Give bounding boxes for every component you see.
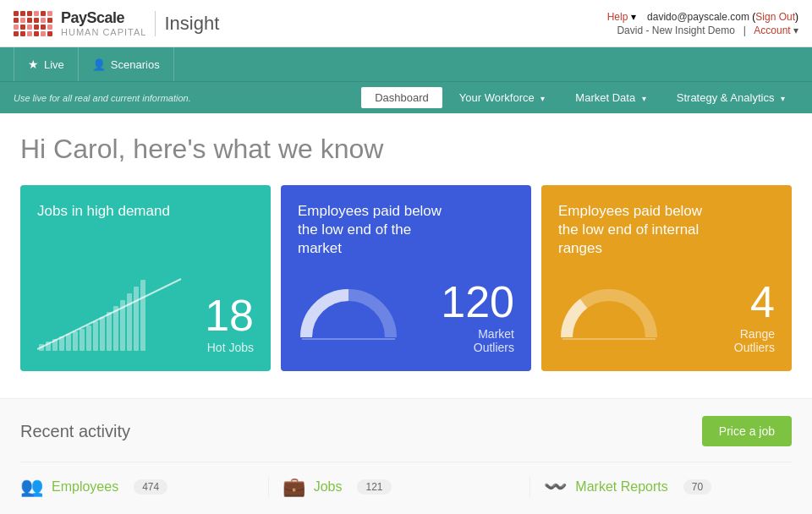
range-outliers-bottom: 4 RangeOutliers <box>558 270 775 354</box>
jobs-count: 121 <box>357 479 391 495</box>
live-tab[interactable]: ★ Live <box>14 47 79 81</box>
market-circle-svg <box>298 278 399 354</box>
range-outliers-card[interactable]: Employees paid below the low end of inte… <box>541 185 792 371</box>
employees-count: 474 <box>134 479 167 495</box>
activity-title: Recent activity <box>20 422 130 441</box>
header-divider <box>155 11 156 36</box>
header-top-row: Help ▾ davido@payscale.com (Sign Out) <box>607 11 798 23</box>
market-outliers-title: Employees paid below the low end of the … <box>298 202 450 258</box>
cards-row: Jobs in high demand <box>20 185 792 398</box>
logo-icon <box>14 11 52 36</box>
employees-icon: 👥 <box>20 476 43 498</box>
bar-chart-svg <box>37 275 189 351</box>
svg-rect-8 <box>93 321 98 351</box>
svg-rect-14 <box>134 287 139 351</box>
market-arrow: ▾ <box>642 94 646 103</box>
svg-rect-10 <box>107 312 112 351</box>
range-outliers-label: RangeOutliers <box>734 327 775 354</box>
help-link[interactable]: Help <box>607 11 628 23</box>
greeting: Hi Carol, here's what we know <box>20 134 792 165</box>
market-outliers-number: 120 <box>441 280 514 324</box>
range-circle-svg <box>558 278 660 354</box>
jobs-icon: 💼 <box>283 476 305 498</box>
strategy-arrow: ▾ <box>781 94 785 103</box>
svg-rect-6 <box>80 329 85 351</box>
market-reports-icon: 〰️ <box>544 476 567 498</box>
svg-rect-13 <box>127 293 132 351</box>
hot-jobs-number: 18 <box>205 293 254 337</box>
activity-items: 👥 Employees 474 💼 Jobs 121 〰️ Market Rep… <box>20 462 792 498</box>
workforce-arrow: ▾ <box>540 94 545 103</box>
range-outliers-number: 4 <box>734 280 775 324</box>
user-email: davido@payscale.com <box>647 11 749 23</box>
hot-jobs-label: Hot Jobs <box>205 341 254 354</box>
scenarios-icon: 👤 <box>92 58 106 71</box>
market-reports-count: 70 <box>683 479 711 495</box>
market-reports-item[interactable]: 〰️ Market Reports 70 <box>530 476 792 498</box>
market-outliers-label: MarketOutliers <box>441 327 514 354</box>
strategy-link[interactable]: Strategy & Analytics ▾ <box>663 87 798 108</box>
svg-rect-9 <box>100 317 105 351</box>
svg-rect-4 <box>66 334 71 351</box>
star-icon: ★ <box>28 57 39 71</box>
jobs-name: Jobs <box>314 479 343 495</box>
main-content: Hi Carol, here's what we know Jobs in hi… <box>0 113 812 398</box>
jobs-item[interactable]: 💼 Jobs 121 <box>269 476 531 498</box>
hot-jobs-bottom: 18 Hot Jobs <box>37 275 254 354</box>
svg-rect-7 <box>86 325 91 351</box>
range-circle-chart <box>558 278 660 354</box>
hot-jobs-title: Jobs in high demand <box>37 202 189 221</box>
price-job-button[interactable]: Price a job <box>702 416 792 446</box>
brand-text: PayScale Human Capital <box>61 9 146 37</box>
recent-activity-section: Recent activity Price a job 👥 Employees … <box>0 398 812 514</box>
market-reports-name: Market Reports <box>575 479 667 495</box>
scenarios-tab[interactable]: 👤 Scenarios <box>79 47 174 81</box>
sub-nav: Use live for all real and current inform… <box>0 81 812 113</box>
sub-nav-info: Use live for all real and current inform… <box>14 93 361 103</box>
market-circle-chart <box>298 278 399 354</box>
nav-bar: ★ Live 👤 Scenarios <box>0 47 812 81</box>
brand-sub: Human Capital <box>61 27 146 37</box>
header-right: Help ▾ davido@payscale.com (Sign Out) Da… <box>607 11 798 36</box>
workforce-link[interactable]: Your Workforce ▾ <box>446 87 559 108</box>
svg-rect-11 <box>113 306 118 351</box>
signout-link[interactable]: Sign Out <box>755 11 795 23</box>
header-bottom-row: David - New Insight Demo | Account ▾ <box>607 25 798 36</box>
hot-jobs-stat: 18 Hot Jobs <box>205 293 254 354</box>
hot-jobs-card[interactable]: Jobs in high demand <box>20 185 271 371</box>
svg-rect-5 <box>73 331 78 351</box>
svg-rect-15 <box>140 280 145 351</box>
employees-name: Employees <box>52 479 118 495</box>
employees-item[interactable]: 👥 Employees 474 <box>20 476 269 498</box>
hot-jobs-chart <box>37 275 205 354</box>
market-outliers-bottom: 120 MarketOutliers <box>298 270 514 354</box>
brand-name: PayScale <box>61 9 124 26</box>
market-outliers-stat: 120 MarketOutliers <box>441 280 514 354</box>
scenarios-label: Scenarios <box>111 58 160 71</box>
activity-header: Recent activity Price a job <box>20 416 792 446</box>
insight-label: Insight <box>164 13 219 35</box>
account-link[interactable]: Account <box>754 25 790 36</box>
live-label: Live <box>44 58 64 71</box>
logo-area: PayScale Human Capital Insight <box>14 9 219 37</box>
top-header: PayScale Human Capital Insight Help ▾ da… <box>0 0 812 47</box>
range-outliers-title: Employees paid below the low end of inte… <box>558 202 710 258</box>
sub-nav-links: Dashboard Your Workforce ▾ Market Data ▾… <box>361 87 798 108</box>
market-outliers-card[interactable]: Employees paid below the low end of the … <box>281 185 531 371</box>
range-outliers-stat: 4 RangeOutliers <box>734 280 775 354</box>
market-data-link[interactable]: Market Data ▾ <box>562 87 659 108</box>
user-line: David - New Insight Demo <box>617 25 734 36</box>
dashboard-link[interactable]: Dashboard <box>361 87 442 108</box>
